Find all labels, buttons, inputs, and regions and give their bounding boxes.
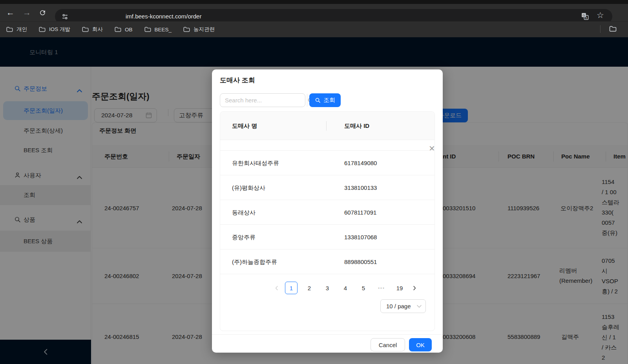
cell-wholesaler-id: 8898800551	[344, 249, 377, 274]
cell-wholesaler-id: 6178149080	[344, 151, 377, 175]
page-4[interactable]: 4	[339, 282, 352, 294]
next-page-icon[interactable]	[411, 282, 418, 294]
all-bookmarks-folder-icon[interactable]	[609, 26, 617, 33]
page-size-select[interactable]: 10 / page	[380, 299, 426, 313]
cell-wholesaler-name: 동래상사	[232, 200, 256, 225]
modal-title: 도매사 조회	[220, 76, 255, 85]
table-row[interactable]: (주)하늘종합주류 8898800551	[220, 249, 434, 274]
bookmark-label: BEES_	[155, 27, 172, 33]
translate-icon[interactable]: GA	[581, 12, 589, 22]
browser-toolbar: ← → imf.bees-kconnect.com/order GA ☆	[0, 4, 628, 21]
pagination-ellipsis[interactable]: •••	[375, 282, 388, 294]
svg-text:A: A	[585, 16, 588, 20]
bookmark-label: 회사	[92, 26, 103, 33]
folder-icon	[82, 27, 89, 32]
page-19[interactable]: 19	[393, 282, 406, 294]
folder-icon	[6, 27, 13, 32]
bookmark-folder-bees[interactable]: BEES_	[144, 27, 172, 33]
chevron-down-icon	[417, 305, 422, 308]
bookmark-folder-farm[interactable]: 농지관련	[183, 26, 215, 33]
bookmarks-bar: 개인 IOS 개발 회사 OB BEES_ 농지관련	[0, 21, 628, 37]
bookmark-folder-personal[interactable]: 개인	[6, 26, 27, 33]
wholesaler-lookup-modal: 도매사 조회 × 조회 도매사 명 도매사 ID 유한회사태성주류 617814…	[212, 69, 443, 353]
ok-button[interactable]: OK	[409, 338, 432, 351]
bookmarks-separator	[600, 25, 601, 33]
bookmark-label: IOS 개발	[49, 26, 70, 33]
prev-page-icon[interactable]	[273, 282, 279, 294]
table-row[interactable]: (유)평화상사 3138100133	[220, 175, 434, 200]
folder-icon	[115, 27, 121, 32]
bookmark-folder-ob[interactable]: OB	[115, 27, 133, 33]
bookmark-label: OB	[125, 27, 133, 33]
page-2[interactable]: 2	[303, 282, 316, 294]
lookup-button[interactable]: 조회	[309, 93, 341, 107]
folder-icon	[39, 27, 46, 32]
header-divider	[326, 121, 327, 131]
wholesaler-table-header: 도매사 명 도매사 ID	[220, 112, 434, 140]
cell-wholesaler-name: 중앙주류	[232, 225, 256, 249]
folder-icon	[144, 27, 151, 32]
table-row[interactable]: 중앙주류 1338107068	[220, 225, 434, 249]
search-icon	[315, 97, 321, 103]
cancel-button[interactable]: Cancel	[371, 338, 405, 351]
reload-icon[interactable]	[39, 9, 46, 18]
lookup-button-label: 조회	[323, 96, 335, 104]
page-size-value: 10 / page	[386, 303, 411, 309]
modal-footer-divider	[212, 334, 443, 335]
table-row[interactable]: 유한회사태성주류 6178149080	[220, 151, 434, 175]
back-icon[interactable]: ←	[6, 4, 15, 21]
wholesaler-search-field	[220, 93, 305, 107]
page-5[interactable]: 5	[357, 282, 370, 294]
bookmark-label: 농지관련	[194, 26, 215, 33]
svg-text:G: G	[582, 14, 585, 17]
page-1[interactable]: 1	[285, 282, 298, 294]
bookmark-folder-ios[interactable]: IOS 개발	[39, 26, 70, 33]
col-wholesaler-id: 도매사 ID	[344, 112, 369, 140]
bookmark-label: 개인	[16, 26, 27, 33]
cell-wholesaler-name: (주)하늘종합주류	[232, 249, 277, 274]
folder-icon	[183, 27, 190, 32]
page-3[interactable]: 3	[321, 282, 334, 294]
table-row-empty	[220, 140, 434, 151]
window-top-strip	[0, 0, 628, 4]
cell-wholesaler-id: 3138100133	[344, 175, 377, 200]
forward-icon[interactable]: →	[23, 4, 31, 21]
wholesaler-table: 도매사 명 도매사 ID 유한회사태성주류 6178149080 (유)평화상사…	[220, 111, 435, 331]
bookmark-star-icon[interactable]: ☆	[597, 11, 604, 20]
table-row[interactable]: 동래상사 6078117091	[220, 200, 434, 225]
search-input[interactable]	[220, 94, 307, 107]
cell-wholesaler-name: (유)평화상사	[232, 175, 265, 200]
cell-wholesaler-id: 1338107068	[344, 225, 377, 249]
screen: ← → imf.bees-kconnect.com/order GA ☆ 개인 …	[0, 0, 628, 364]
cell-wholesaler-id: 6078117091	[344, 200, 376, 225]
cell-wholesaler-name: 유한회사태성주류	[232, 151, 279, 175]
col-wholesaler-name: 도매사 명	[232, 112, 257, 140]
url-text[interactable]: imf.bees-kconnect.com/order	[126, 13, 201, 20]
site-info-icon[interactable]	[62, 13, 68, 22]
pagination: 1 2 3 4 5 ••• 19	[273, 282, 418, 294]
bookmark-folder-company[interactable]: 회사	[82, 26, 103, 33]
